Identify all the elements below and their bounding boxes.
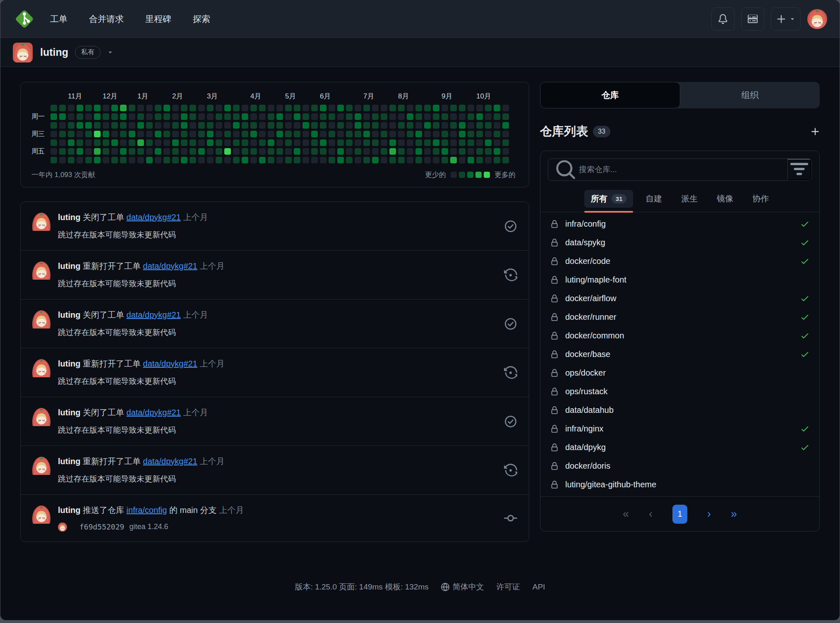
heatmap-cell — [216, 131, 222, 137]
feed-object-link[interactable]: data/dpykg#21 — [127, 213, 181, 222]
repo-row[interactable]: ops/rustack — [540, 382, 819, 401]
repo-row[interactable]: docker/common — [540, 326, 819, 345]
feed-object-link[interactable]: infra/config — [127, 506, 167, 515]
repo-row[interactable]: data/dpykg — [540, 438, 819, 457]
feed-user-link[interactable]: luting — [58, 457, 80, 466]
heatmap-cell — [146, 148, 153, 155]
feed-item-title: luting 重新打开了工单 data/dpykg#21上个月 — [58, 261, 496, 272]
repo-row[interactable]: docker/airflow — [540, 289, 819, 308]
create-new-button[interactable] — [771, 7, 801, 31]
pagination-prev[interactable]: ‹ — [649, 508, 653, 520]
heatmap-cell — [285, 131, 292, 137]
feed-object-link[interactable]: data/dpykg#21 — [143, 457, 197, 466]
heatmap-cell — [476, 122, 483, 129]
gitea-logo[interactable] — [13, 7, 36, 31]
heatmap-cell — [450, 113, 457, 120]
nav-issues[interactable]: 工单 — [50, 13, 67, 25]
heatmap-cell — [250, 139, 257, 146]
feed-item: luting 重新打开了工单 data/dpykg#21上个月跳过存在版本可能导… — [21, 348, 529, 397]
heatmap-cell — [190, 105, 196, 111]
feed-item-main: luting 关闭了工单 data/dpykg#21上个月跳过存在版本可能导致未… — [58, 407, 496, 436]
heatmap-cell — [137, 122, 144, 129]
heatmap-cell — [407, 157, 413, 163]
repo-filter-自建[interactable]: 自建 — [639, 188, 669, 212]
feed-object-link[interactable]: data/dpykg#21 — [143, 359, 197, 368]
heatmap-cell — [224, 148, 231, 155]
feed-user-link[interactable]: luting — [58, 310, 80, 319]
feed-user-link[interactable]: luting — [58, 506, 80, 515]
feed-object-link[interactable]: data/dpykg#21 — [127, 408, 181, 417]
heatmap-cell — [355, 105, 361, 111]
repo-filter-镜像[interactable]: 镜像 — [710, 188, 740, 212]
heatmap-cell — [320, 105, 326, 111]
footer-language-link[interactable]: 简体中文 — [441, 582, 484, 592]
heatmap-cell — [398, 105, 405, 111]
repo-row[interactable]: data/spykg — [540, 233, 819, 252]
feed-object-link[interactable]: data/dpykg#21 — [143, 261, 197, 271]
heatmap-cell — [476, 105, 483, 111]
repo-row[interactable]: docker/doris — [540, 457, 819, 475]
user-avatar[interactable] — [807, 9, 827, 29]
profile-header: luting 私有 — [0, 38, 840, 67]
footer-license-link[interactable]: 许可证 — [497, 582, 520, 592]
feed-object-link[interactable]: data/dpykg#21 — [127, 310, 181, 319]
heatmap-cell — [320, 139, 326, 146]
feed-item-body: 跳过存在版本可能导致未更新代码 — [58, 425, 496, 436]
repo-filter-button[interactable] — [787, 159, 811, 180]
repo-row[interactable]: docker/code — [540, 252, 819, 271]
new-repo-button[interactable] — [811, 127, 820, 136]
legend-cell — [467, 172, 473, 178]
heatmap-cell — [259, 122, 266, 129]
footer-api-link[interactable]: API — [533, 582, 545, 592]
feed-user-link[interactable]: luting — [58, 408, 80, 417]
repo-row[interactable]: data/datahub — [540, 401, 819, 419]
repo-row[interactable]: luting/maple-font — [540, 271, 819, 289]
repo-row[interactable]: docker/base — [540, 345, 819, 364]
profile-dropdown-caret[interactable] — [107, 49, 113, 55]
legend-cell — [451, 172, 457, 178]
tab-repositories[interactable]: 仓库 — [540, 82, 680, 108]
lock-icon — [550, 369, 559, 377]
tab-organizations[interactable]: 组织 — [680, 82, 820, 108]
repo-filter-all[interactable]: 所有31 — [584, 188, 634, 212]
lock-icon — [550, 350, 559, 359]
repo-search-input[interactable] — [579, 159, 787, 180]
repo-row[interactable]: ops/docker — [540, 364, 819, 382]
heatmap-cell — [329, 157, 335, 163]
heatmap-cell — [294, 157, 300, 163]
notifications-button[interactable] — [711, 7, 734, 31]
heatmap-cell — [250, 131, 257, 137]
repo-filter-派生[interactable]: 派生 — [674, 188, 704, 212]
repo-row[interactable]: infra/config — [540, 215, 819, 233]
nav-milestones[interactable]: 里程碑 — [145, 13, 171, 25]
feed-user-link[interactable]: luting — [58, 213, 80, 222]
heatmap-cell — [442, 139, 448, 146]
repo-filter-协作[interactable]: 协作 — [746, 188, 775, 212]
pagination-next[interactable]: › — [707, 508, 711, 520]
commit-hash-link[interactable]: f69d552029 — [79, 522, 124, 531]
feed-user-link[interactable]: luting — [58, 261, 80, 271]
heatmap-cell — [389, 157, 396, 163]
admin-panel-button[interactable] — [741, 7, 764, 31]
feed-user-link[interactable]: luting — [58, 359, 80, 368]
repo-list-header: 仓库列表 33 — [540, 123, 820, 140]
heatmap-cell — [103, 139, 109, 146]
pagination-first[interactable]: « — [623, 508, 629, 520]
heatmap-cell — [294, 122, 300, 129]
repo-row[interactable]: luting/gitea-github-theme — [540, 475, 819, 494]
repo-row[interactable]: docker/runner — [540, 308, 819, 326]
feed-item-title: luting 关闭了工单 data/dpykg#21上个月 — [58, 212, 496, 223]
nav-explore[interactable]: 探索 — [193, 13, 210, 25]
heatmap-cell — [259, 157, 266, 163]
pagination-current-page[interactable]: 1 — [672, 505, 687, 524]
feed-item-title: luting 重新打开了工单 data/dpykg#21上个月 — [58, 358, 496, 369]
repo-row[interactable]: infra/nginx — [540, 419, 819, 438]
heatmap-cell — [302, 131, 309, 137]
heatmap-cell — [415, 113, 422, 120]
repo-count-badge: 33 — [593, 126, 610, 137]
feed-item-body: 跳过存在版本可能导致未更新代码 — [58, 327, 496, 338]
heatmap-footer: 一年内 1,093 次贡献 更少的 更多的 — [31, 170, 518, 180]
pagination-last[interactable]: » — [731, 508, 737, 520]
heatmap-cell — [320, 157, 326, 163]
nav-merge-requests[interactable]: 合并请求 — [89, 13, 124, 25]
